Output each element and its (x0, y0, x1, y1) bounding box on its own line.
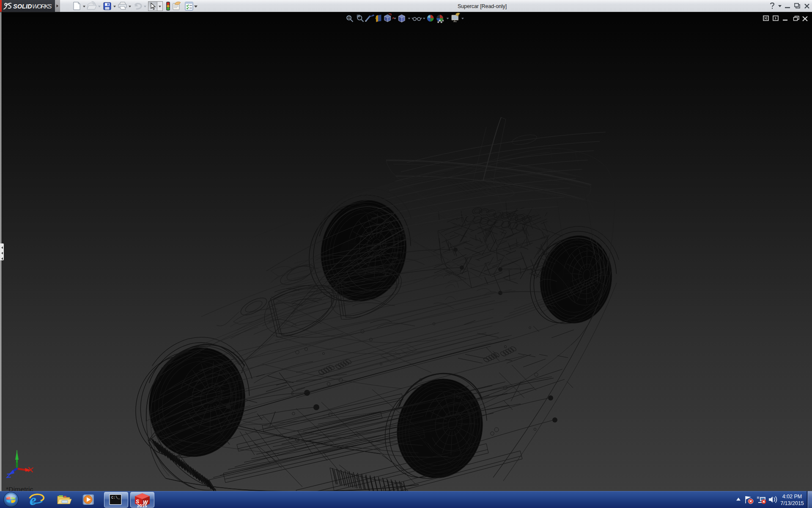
svg-text:2015: 2015 (137, 503, 147, 508)
svg-text:7/13/2015: 7/13/2015 (780, 500, 804, 506)
svg-text:4:02 PM: 4:02 PM (782, 494, 802, 500)
svg-text:C:\_: C:\_ (111, 496, 120, 500)
